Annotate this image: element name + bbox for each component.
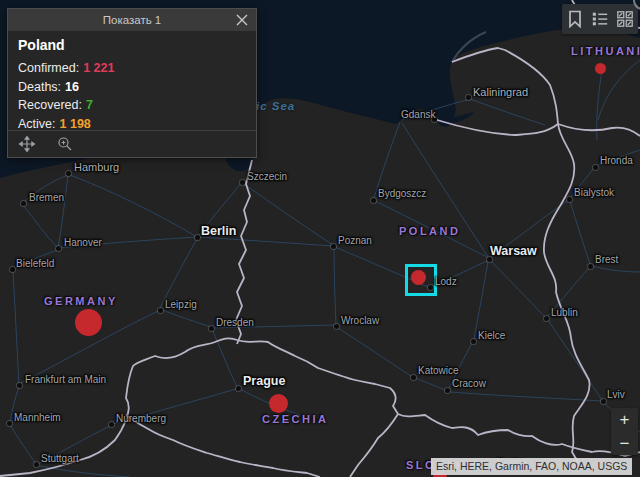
basemap-grid-icon	[616, 10, 634, 28]
map-canvas[interactable]: ic Sea HamburgBremenHanoverBielefeldFran…	[0, 0, 640, 477]
legend-button[interactable]	[589, 8, 611, 30]
case-marker[interactable]	[269, 394, 288, 413]
stat-label: Deaths:	[18, 80, 61, 94]
stat-value: 1 221	[83, 61, 114, 75]
selection-box	[405, 264, 437, 296]
attribution: Esri, HERE, Garmin, FAO, NOAA, USGS	[431, 458, 632, 475]
zoom-to-button[interactable]	[55, 134, 75, 154]
zoom-out-button[interactable]: −	[611, 432, 638, 456]
stat-label: Active:	[18, 117, 56, 131]
toolbar	[562, 4, 638, 34]
close-icon	[234, 12, 250, 28]
zoom-in-button[interactable]: +	[611, 408, 638, 432]
bookmark-button[interactable]	[564, 8, 586, 30]
stat-value: 16	[65, 80, 79, 94]
close-button[interactable]	[234, 12, 250, 28]
move-icon	[18, 135, 36, 153]
legend-list-icon	[591, 10, 609, 28]
popup-body: Poland Confirmed:1 221Deaths:16Recovered…	[8, 31, 256, 133]
popup-stat-row: Recovered:7	[18, 96, 246, 115]
popup: Показать 1 Poland Confirmed:1 221Deaths:…	[7, 8, 257, 158]
popup-header-title: Показать 1	[103, 14, 161, 26]
stat-value: 7	[86, 98, 93, 112]
stat-label: Confirmed:	[18, 61, 79, 75]
case-marker[interactable]	[75, 309, 102, 336]
pan-button[interactable]	[17, 134, 37, 154]
magnifier-plus-icon	[56, 135, 74, 153]
bookmark-icon	[567, 10, 583, 28]
zoom-control: + −	[611, 408, 638, 455]
basemap-button[interactable]	[614, 8, 636, 30]
stat-value: 1 198	[60, 117, 91, 131]
stat-label: Recovered:	[18, 98, 82, 112]
case-marker[interactable]	[595, 63, 606, 74]
popup-stat-row: Confirmed:1 221	[18, 59, 246, 78]
popup-title: Poland	[18, 37, 246, 53]
popup-footer	[8, 130, 256, 157]
popup-stat-row: Deaths:16	[18, 78, 246, 97]
popup-header: Показать 1	[8, 9, 256, 31]
